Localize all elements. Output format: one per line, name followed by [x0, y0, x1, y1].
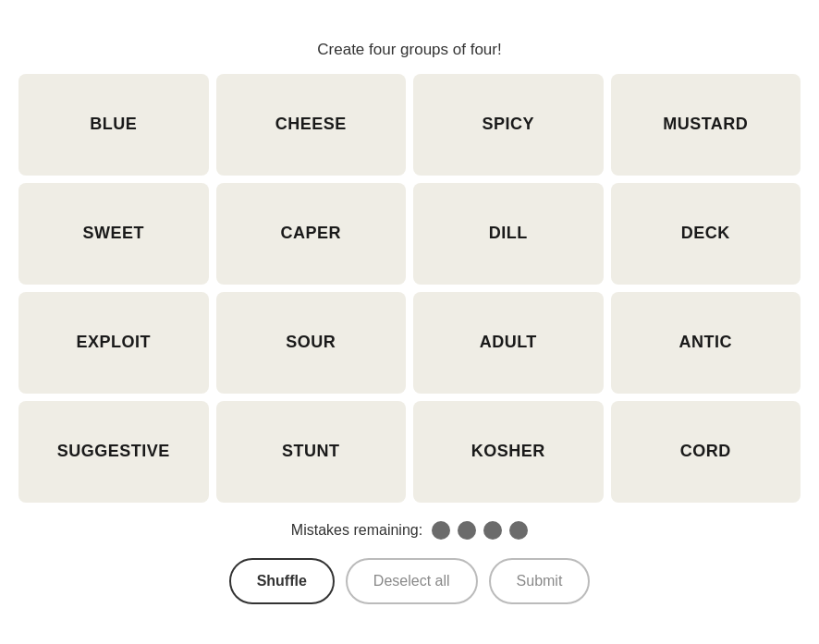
- buttons-section: Shuffle Deselect all Submit: [229, 558, 591, 604]
- word-card[interactable]: STUNT: [216, 401, 407, 503]
- word-label: STUNT: [282, 442, 340, 461]
- word-card[interactable]: SWEET: [18, 183, 209, 285]
- word-label: SWEET: [82, 224, 144, 243]
- mistake-dot: [458, 521, 476, 540]
- mistake-dot: [432, 521, 450, 540]
- submit-button[interactable]: Submit: [489, 558, 591, 604]
- word-card[interactable]: ANTIC: [611, 292, 801, 394]
- word-label: SUGGESTIVE: [57, 442, 170, 461]
- mistakes-label: Mistakes remaining:: [291, 522, 422, 539]
- word-label: DECK: [681, 224, 730, 243]
- word-grid: BLUECHEESESPICYMUSTARDSWEETCAPERDILLDECK…: [18, 74, 801, 503]
- deselect-button[interactable]: Deselect all: [346, 558, 478, 604]
- word-card[interactable]: ADULT: [413, 292, 604, 394]
- word-label: BLUE: [90, 115, 137, 134]
- word-card[interactable]: SUGGESTIVE: [18, 401, 209, 503]
- game-container: Create four groups of four! BLUECHEESESP…: [0, 22, 819, 623]
- word-card[interactable]: KOSHER: [413, 401, 604, 503]
- word-card[interactable]: CAPER: [216, 183, 407, 285]
- word-card[interactable]: MUSTARD: [611, 74, 801, 176]
- word-label: EXPLOIT: [76, 333, 151, 352]
- word-label: CAPER: [280, 224, 341, 243]
- word-label: SPICY: [482, 115, 534, 134]
- word-label: MUSTARD: [663, 115, 748, 134]
- mistakes-section: Mistakes remaining:: [291, 521, 528, 540]
- word-label: CORD: [680, 442, 731, 461]
- word-label: ADULT: [480, 333, 537, 352]
- word-label: DILL: [489, 224, 528, 243]
- word-card[interactable]: BLUE: [18, 74, 209, 176]
- word-card[interactable]: SOUR: [216, 292, 407, 394]
- word-card[interactable]: CORD: [611, 401, 801, 503]
- word-card[interactable]: DECK: [611, 183, 801, 285]
- shuffle-button[interactable]: Shuffle: [229, 558, 335, 604]
- mistakes-dots: [432, 521, 528, 540]
- mistake-dot: [483, 521, 502, 540]
- word-card[interactable]: EXPLOIT: [18, 292, 209, 394]
- word-label: CHEESE: [275, 115, 347, 134]
- instruction-text: Create four groups of four!: [317, 41, 501, 59]
- mistake-dot: [509, 521, 528, 540]
- word-card[interactable]: SPICY: [413, 74, 604, 176]
- word-card[interactable]: DILL: [413, 183, 604, 285]
- word-label: SOUR: [286, 333, 336, 352]
- word-label: KOSHER: [471, 442, 545, 461]
- word-card[interactable]: CHEESE: [216, 74, 407, 176]
- word-label: ANTIC: [679, 333, 733, 352]
